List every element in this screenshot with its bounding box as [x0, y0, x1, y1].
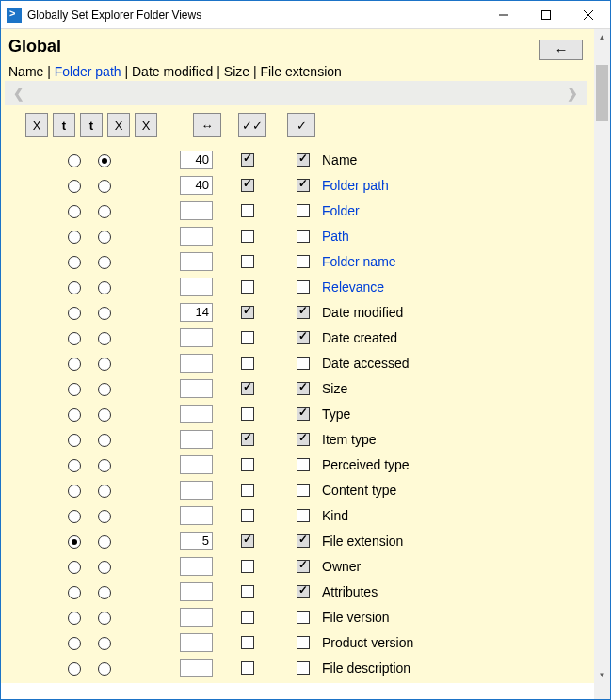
row-radio-1[interactable]	[68, 459, 81, 472]
row-width-input[interactable]	[180, 582, 213, 601]
row-check-1[interactable]	[241, 306, 254, 319]
row-check-2[interactable]	[297, 230, 310, 243]
hdr-btn-t2[interactable]: t	[80, 113, 103, 137]
row-radio-2[interactable]	[98, 256, 111, 269]
row-check-1[interactable]	[241, 382, 254, 395]
vertical-scrollbar[interactable]: ▲ ▼	[594, 29, 610, 683]
close-button[interactable]	[567, 1, 610, 28]
row-radio-1[interactable]	[68, 485, 81, 498]
row-check-1[interactable]	[241, 153, 254, 167]
row-check-2[interactable]	[297, 585, 310, 598]
row-radio-2[interactable]	[98, 662, 111, 676]
hdr-btn-check-all[interactable]: ✓✓	[238, 113, 266, 137]
row-radio-1[interactable]	[68, 281, 81, 294]
row-width-input[interactable]	[180, 430, 213, 449]
row-check-1[interactable]	[241, 636, 254, 649]
row-radio-1[interactable]	[68, 307, 81, 320]
row-radio-1[interactable]	[68, 332, 81, 345]
row-width-input[interactable]	[180, 354, 213, 373]
row-radio-1[interactable]	[68, 256, 81, 269]
row-radio-2[interactable]	[98, 358, 111, 371]
maximize-button[interactable]	[524, 1, 567, 28]
row-check-1[interactable]	[241, 179, 254, 192]
row-radio-1[interactable]	[68, 358, 81, 371]
row-check-2[interactable]	[297, 382, 310, 395]
row-check-1[interactable]	[241, 534, 254, 548]
row-width-input[interactable]	[180, 455, 213, 474]
row-radio-2[interactable]	[98, 434, 111, 447]
row-check-1[interactable]	[241, 280, 254, 294]
row-check-2[interactable]	[297, 306, 310, 319]
row-width-input[interactable]	[180, 506, 213, 525]
row-label[interactable]: Relevance	[322, 279, 384, 294]
pager-right-icon[interactable]: ❯	[564, 86, 581, 101]
row-check-1[interactable]	[241, 357, 254, 370]
row-check-2[interactable]	[297, 433, 310, 446]
row-check-2[interactable]	[297, 153, 310, 167]
minimize-button[interactable]	[482, 1, 524, 28]
hdr-btn-width[interactable]: ↔	[193, 113, 221, 137]
hdr-btn-x2[interactable]: X	[107, 113, 130, 137]
row-radio-2[interactable]	[98, 408, 111, 422]
row-check-1[interactable]	[241, 661, 254, 675]
row-label[interactable]: Folder path	[322, 178, 389, 193]
row-radio-2[interactable]	[98, 459, 111, 472]
row-radio-2[interactable]	[98, 637, 111, 650]
row-width-input[interactable]	[180, 481, 213, 500]
row-radio-2[interactable]	[98, 281, 111, 294]
row-radio-2[interactable]	[98, 332, 111, 345]
row-check-1[interactable]	[241, 509, 254, 522]
row-radio-1[interactable]	[68, 154, 81, 167]
hdr-btn-check-one[interactable]: ✓	[287, 113, 315, 137]
row-check-1[interactable]	[241, 484, 254, 497]
row-radio-1[interactable]	[68, 434, 81, 447]
row-check-2[interactable]	[297, 611, 310, 624]
row-radio-1[interactable]	[68, 231, 81, 244]
row-width-input[interactable]	[180, 532, 213, 550]
row-label[interactable]: Folder	[322, 203, 360, 218]
row-check-1[interactable]	[241, 331, 254, 344]
scrollbar-thumb[interactable]	[596, 65, 608, 121]
row-radio-2[interactable]	[98, 561, 111, 574]
row-check-2[interactable]	[297, 255, 310, 268]
back-button[interactable]: ←	[539, 40, 583, 60]
summary-link-folder-path[interactable]: Folder path	[55, 64, 121, 79]
row-radio-1[interactable]	[68, 612, 81, 625]
row-check-2[interactable]	[297, 509, 310, 522]
row-radio-1[interactable]	[68, 637, 81, 650]
row-check-2[interactable]	[297, 179, 310, 192]
row-check-2[interactable]	[297, 331, 310, 344]
pager-left-icon[interactable]: ❮	[10, 86, 27, 101]
row-radio-2[interactable]	[98, 180, 111, 193]
row-width-input[interactable]	[180, 227, 213, 246]
row-radio-2[interactable]	[98, 586, 111, 599]
row-radio-1[interactable]	[68, 408, 81, 422]
row-radio-1[interactable]	[68, 180, 81, 193]
row-check-2[interactable]	[297, 636, 310, 649]
row-width-input[interactable]	[180, 557, 213, 576]
row-radio-1[interactable]	[68, 510, 81, 523]
row-width-input[interactable]	[180, 328, 213, 347]
scrollbar-down-icon[interactable]: ▼	[594, 667, 610, 683]
row-width-input[interactable]	[180, 278, 213, 296]
row-check-1[interactable]	[241, 585, 254, 598]
row-radio-1[interactable]	[68, 586, 81, 599]
row-check-2[interactable]	[297, 407, 310, 421]
row-radio-1[interactable]	[68, 535, 81, 549]
row-check-2[interactable]	[297, 560, 310, 573]
row-check-1[interactable]	[241, 611, 254, 624]
row-check-1[interactable]	[241, 433, 254, 446]
row-width-input[interactable]	[180, 379, 213, 398]
row-width-input[interactable]	[180, 608, 213, 627]
row-radio-1[interactable]	[68, 561, 81, 574]
row-check-2[interactable]	[297, 357, 310, 370]
hdr-btn-t1[interactable]: t	[53, 113, 75, 137]
row-radio-2[interactable]	[98, 307, 111, 320]
row-radio-2[interactable]	[98, 154, 111, 167]
row-radio-2[interactable]	[98, 231, 111, 244]
row-width-input[interactable]	[180, 176, 213, 195]
row-check-1[interactable]	[241, 230, 254, 243]
row-check-1[interactable]	[241, 458, 254, 471]
row-radio-1[interactable]	[68, 383, 81, 396]
row-check-2[interactable]	[297, 661, 310, 675]
